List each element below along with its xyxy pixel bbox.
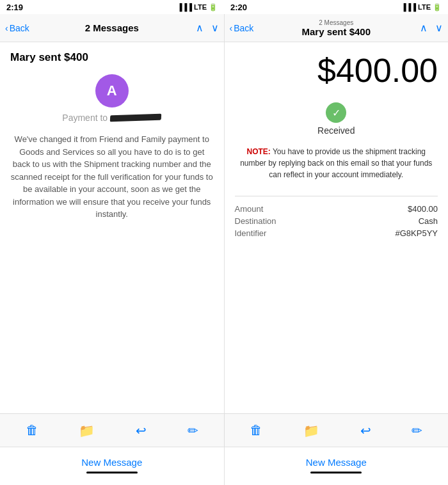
time-left: 2:19 bbox=[6, 3, 23, 12]
status-bar-left: 2:19 ▐▐▐ LTE 🔋 bbox=[0, 0, 224, 14]
nav-title-left: 2 Messages bbox=[85, 22, 139, 33]
nav-up-arrow-right[interactable]: ∧ bbox=[420, 22, 428, 34]
check-icon: ✓ bbox=[332, 107, 340, 119]
back-button-right[interactable]: ‹ Back bbox=[230, 23, 254, 33]
received-label: Received bbox=[317, 125, 355, 136]
battery-icon-left: 🔋 bbox=[209, 3, 218, 12]
bottom-bar-left: New Message bbox=[0, 447, 225, 485]
folder-icon-right[interactable]: 📁 bbox=[303, 423, 319, 438]
back-label-right: Back bbox=[234, 23, 253, 33]
details-section: Amount $400.00 Destination Cash Identifi… bbox=[235, 204, 438, 241]
amount-large: $400.00 bbox=[235, 51, 438, 90]
status-icons-right: ▐▐▐ LTE 🔋 bbox=[401, 3, 442, 12]
avatar-letter: A bbox=[107, 83, 117, 99]
compose-icon-left[interactable]: ✏ bbox=[188, 423, 198, 438]
status-bar-right: 2:20 ▐▐▐ LTE 🔋 bbox=[224, 0, 448, 14]
detail-label-destination: Destination bbox=[235, 216, 276, 226]
toolbar-right: 🗑 📁 ↩ ✏ bbox=[225, 414, 449, 447]
detail-row-amount: Amount $400.00 bbox=[235, 204, 438, 214]
reply-icon-right[interactable]: ↩ bbox=[360, 423, 371, 438]
toolbar-left: 🗑 📁 ↩ ✏ bbox=[0, 414, 225, 447]
back-button-left[interactable]: ‹ Back bbox=[5, 23, 29, 33]
nav-down-arrow-left[interactable]: ∨ bbox=[211, 22, 219, 34]
bottom-indicator-left bbox=[86, 472, 138, 473]
received-section: ✓ Received bbox=[235, 102, 438, 136]
nav-up-arrow-left[interactable]: ∧ bbox=[196, 22, 204, 34]
avatar-container: A bbox=[10, 74, 214, 107]
payment-to: Payment to bbox=[10, 113, 214, 123]
detail-value-identifier: #G8KP5YY bbox=[396, 228, 438, 238]
bottom-bars: New Message New Message bbox=[0, 447, 448, 485]
nav-arrows-left: ∧ ∨ bbox=[196, 22, 219, 34]
battery-icon-right: 🔋 bbox=[433, 3, 442, 12]
chevron-left-icon-left: ‹ bbox=[5, 23, 8, 33]
reply-icon-left[interactable]: ↩ bbox=[136, 423, 147, 438]
back-label-left: Back bbox=[10, 23, 29, 33]
avatar-left: A bbox=[95, 74, 129, 107]
trash-icon-left[interactable]: 🗑 bbox=[26, 423, 38, 438]
detail-value-amount: $400.00 bbox=[408, 204, 438, 214]
email-subject-left: Mary sent $400 bbox=[10, 51, 214, 64]
chevron-left-icon-right: ‹ bbox=[230, 23, 233, 33]
nav-title-right: Mary sent $400 bbox=[301, 26, 371, 37]
note-section: NOTE: You have to provide us the shipmen… bbox=[235, 146, 438, 180]
toolbars: 🗑 📁 ↩ ✏ 🗑 📁 ↩ ✏ bbox=[0, 413, 448, 447]
nav-title-right-container: 2 Messages Mary sent $400 bbox=[301, 19, 371, 37]
status-icons-left: ▐▐▐ LTE 🔋 bbox=[177, 3, 218, 12]
payment-to-label: Payment to bbox=[62, 113, 108, 123]
panel-right: $400.00 ✓ Received NOTE: You have to pro… bbox=[225, 42, 449, 413]
received-icon: ✓ bbox=[326, 102, 346, 123]
trash-icon-right[interactable]: 🗑 bbox=[250, 423, 262, 438]
bottom-indicator-right bbox=[310, 472, 362, 473]
lte-label-right: LTE bbox=[418, 3, 431, 11]
email-body-left: We've changed it from Friend and Family … bbox=[10, 133, 214, 221]
panel-left: Mary sent $400 A Payment to We've change… bbox=[0, 42, 225, 413]
nav-bar-left: ‹ Back 2 Messages ∧ ∨ bbox=[0, 14, 225, 42]
main-content: Mary sent $400 A Payment to We've change… bbox=[0, 42, 448, 413]
new-message-label-right[interactable]: New Message bbox=[306, 457, 367, 468]
detail-value-destination: Cash bbox=[419, 216, 438, 226]
detail-label-amount: Amount bbox=[235, 204, 264, 214]
details-divider bbox=[235, 196, 438, 196]
signal-icon-right: ▐▐▐ bbox=[401, 3, 416, 11]
new-message-label-left[interactable]: New Message bbox=[81, 457, 142, 468]
nav-messages-count-right: 2 Messages bbox=[319, 19, 353, 26]
nav-arrows-right: ∧ ∨ bbox=[420, 22, 443, 34]
detail-label-identifier: Identifier bbox=[235, 228, 267, 238]
status-bars: 2:19 ▐▐▐ LTE 🔋 2:20 ▐▐▐ LTE 🔋 bbox=[0, 0, 448, 14]
compose-icon-right[interactable]: ✏ bbox=[412, 423, 422, 438]
redacted-name bbox=[110, 114, 161, 122]
bottom-bar-right: New Message bbox=[225, 447, 449, 485]
detail-row-destination: Destination Cash bbox=[235, 216, 438, 226]
lte-label-left: LTE bbox=[194, 3, 207, 11]
folder-icon-left[interactable]: 📁 bbox=[79, 423, 95, 438]
nav-bar-right: ‹ Back 2 Messages Mary sent $400 ∧ ∨ bbox=[225, 14, 449, 42]
time-right: 2:20 bbox=[230, 3, 247, 12]
detail-row-identifier: Identifier #G8KP5YY bbox=[235, 228, 438, 238]
nav-bars: ‹ Back 2 Messages ∧ ∨ ‹ Back 2 Messages … bbox=[0, 14, 448, 42]
nav-down-arrow-right[interactable]: ∨ bbox=[435, 22, 443, 34]
signal-icon-left: ▐▐▐ bbox=[177, 3, 192, 11]
note-prefix: NOTE: bbox=[247, 147, 271, 156]
